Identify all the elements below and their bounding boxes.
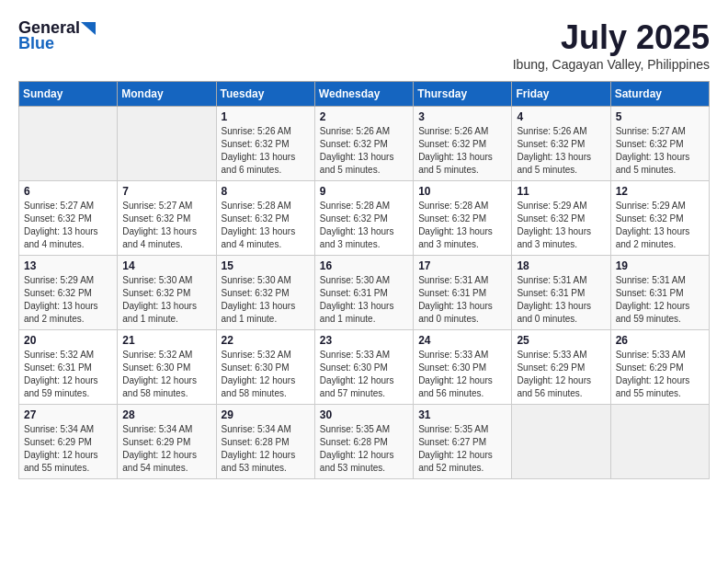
day-number: 13	[24, 259, 112, 272]
weekday-header-sunday: Sunday	[19, 82, 118, 107]
day-info: Sunrise: 5:27 AM Sunset: 6:32 PM Dayligh…	[616, 125, 704, 177]
calendar-week-row: 1Sunrise: 5:26 AM Sunset: 6:32 PM Daylig…	[19, 107, 710, 181]
day-info: Sunrise: 5:33 AM Sunset: 6:30 PM Dayligh…	[418, 349, 506, 400]
day-number: 8	[222, 185, 310, 198]
day-number: 28	[122, 408, 210, 421]
day-number: 30	[320, 408, 408, 421]
header: General Blue July 2025 Ibung, Cagayan Va…	[18, 18, 710, 72]
day-info: Sunrise: 5:35 AM Sunset: 6:28 PM Dayligh…	[320, 423, 408, 475]
calendar-cell	[118, 107, 216, 181]
day-number: 3	[418, 110, 506, 123]
calendar-week-row: 13Sunrise: 5:29 AM Sunset: 6:32 PM Dayli…	[19, 256, 710, 330]
day-number: 21	[122, 334, 210, 347]
day-info: Sunrise: 5:29 AM Sunset: 6:32 PM Dayligh…	[24, 274, 112, 326]
calendar-cell: 5Sunrise: 5:27 AM Sunset: 6:32 PM Daylig…	[610, 107, 709, 181]
day-number: 4	[517, 110, 605, 123]
calendar-cell: 2Sunrise: 5:26 AM Sunset: 6:32 PM Daylig…	[314, 107, 413, 181]
calendar-cell: 30Sunrise: 5:35 AM Sunset: 6:28 PM Dayli…	[314, 405, 413, 479]
calendar-cell: 24Sunrise: 5:33 AM Sunset: 6:30 PM Dayli…	[414, 330, 512, 405]
logo-arrow-icon	[81, 22, 96, 35]
day-number: 11	[517, 185, 605, 198]
calendar-cell: 6Sunrise: 5:27 AM Sunset: 6:32 PM Daylig…	[19, 181, 118, 256]
weekday-header-thursday: Thursday	[414, 82, 512, 107]
day-info: Sunrise: 5:26 AM Sunset: 6:32 PM Dayligh…	[418, 125, 506, 177]
day-number: 18	[517, 259, 605, 272]
day-info: Sunrise: 5:33 AM Sunset: 6:29 PM Dayligh…	[616, 349, 704, 400]
day-info: Sunrise: 5:30 AM Sunset: 6:31 PM Dayligh…	[320, 274, 408, 326]
calendar-cell: 14Sunrise: 5:30 AM Sunset: 6:32 PM Dayli…	[118, 256, 216, 330]
day-number: 22	[222, 334, 310, 347]
day-info: Sunrise: 5:34 AM Sunset: 6:29 PM Dayligh…	[24, 423, 112, 475]
day-info: Sunrise: 5:33 AM Sunset: 6:30 PM Dayligh…	[320, 349, 408, 400]
location: Ibung, Cagayan Valley, Philippines	[513, 57, 710, 72]
day-info: Sunrise: 5:26 AM Sunset: 6:32 PM Dayligh…	[320, 125, 408, 177]
weekday-header-tuesday: Tuesday	[216, 82, 314, 107]
day-info: Sunrise: 5:27 AM Sunset: 6:32 PM Dayligh…	[24, 200, 112, 251]
weekday-header-saturday: Saturday	[610, 82, 709, 107]
weekday-header-friday: Friday	[512, 82, 610, 107]
calendar-cell: 19Sunrise: 5:31 AM Sunset: 6:31 PM Dayli…	[610, 256, 709, 330]
calendar-cell: 28Sunrise: 5:34 AM Sunset: 6:29 PM Dayli…	[118, 405, 216, 479]
day-info: Sunrise: 5:33 AM Sunset: 6:29 PM Dayligh…	[517, 349, 605, 400]
day-info: Sunrise: 5:31 AM Sunset: 6:31 PM Dayligh…	[616, 274, 704, 326]
day-info: Sunrise: 5:28 AM Sunset: 6:32 PM Dayligh…	[222, 200, 310, 251]
day-info: Sunrise: 5:34 AM Sunset: 6:29 PM Dayligh…	[122, 423, 210, 475]
calendar-cell: 18Sunrise: 5:31 AM Sunset: 6:31 PM Dayli…	[512, 256, 610, 330]
day-info: Sunrise: 5:31 AM Sunset: 6:31 PM Dayligh…	[517, 274, 605, 326]
day-number: 15	[222, 259, 310, 272]
day-number: 16	[320, 259, 408, 272]
calendar-cell: 17Sunrise: 5:31 AM Sunset: 6:31 PM Dayli…	[414, 256, 512, 330]
calendar-week-row: 27Sunrise: 5:34 AM Sunset: 6:29 PM Dayli…	[19, 405, 710, 479]
day-number: 9	[320, 185, 408, 198]
calendar-cell: 31Sunrise: 5:35 AM Sunset: 6:27 PM Dayli…	[414, 405, 512, 479]
calendar-cell: 12Sunrise: 5:29 AM Sunset: 6:32 PM Dayli…	[610, 181, 709, 256]
day-number: 29	[222, 408, 310, 421]
day-info: Sunrise: 5:26 AM Sunset: 6:32 PM Dayligh…	[222, 125, 310, 177]
day-number: 25	[517, 334, 605, 347]
calendar-cell: 16Sunrise: 5:30 AM Sunset: 6:31 PM Dayli…	[314, 256, 413, 330]
day-info: Sunrise: 5:32 AM Sunset: 6:30 PM Dayligh…	[222, 349, 310, 400]
day-info: Sunrise: 5:30 AM Sunset: 6:32 PM Dayligh…	[222, 274, 310, 326]
calendar-cell: 22Sunrise: 5:32 AM Sunset: 6:30 PM Dayli…	[216, 330, 314, 405]
title-area: July 2025 Ibung, Cagayan Valley, Philipp…	[513, 18, 710, 72]
calendar-cell: 27Sunrise: 5:34 AM Sunset: 6:29 PM Dayli…	[19, 405, 118, 479]
day-number: 20	[24, 334, 112, 347]
day-number: 6	[24, 185, 112, 198]
day-number: 17	[418, 259, 506, 272]
calendar-cell: 1Sunrise: 5:26 AM Sunset: 6:32 PM Daylig…	[216, 107, 314, 181]
calendar-cell: 21Sunrise: 5:32 AM Sunset: 6:30 PM Dayli…	[118, 330, 216, 405]
day-number: 12	[616, 185, 704, 198]
day-number: 31	[418, 408, 506, 421]
calendar-cell: 13Sunrise: 5:29 AM Sunset: 6:32 PM Dayli…	[19, 256, 118, 330]
day-number: 27	[24, 408, 112, 421]
day-info: Sunrise: 5:35 AM Sunset: 6:27 PM Dayligh…	[418, 423, 506, 475]
calendar-cell	[512, 405, 610, 479]
calendar-cell	[610, 405, 709, 479]
day-number: 5	[616, 110, 704, 123]
calendar-cell: 10Sunrise: 5:28 AM Sunset: 6:32 PM Dayli…	[414, 181, 512, 256]
day-info: Sunrise: 5:32 AM Sunset: 6:30 PM Dayligh…	[122, 349, 210, 400]
calendar-cell	[19, 107, 118, 181]
calendar-cell: 9Sunrise: 5:28 AM Sunset: 6:32 PM Daylig…	[314, 181, 413, 256]
calendar-cell: 15Sunrise: 5:30 AM Sunset: 6:32 PM Dayli…	[216, 256, 314, 330]
day-info: Sunrise: 5:30 AM Sunset: 6:32 PM Dayligh…	[122, 274, 210, 326]
day-number: 7	[122, 185, 210, 198]
calendar-week-row: 20Sunrise: 5:32 AM Sunset: 6:31 PM Dayli…	[19, 330, 710, 405]
day-info: Sunrise: 5:29 AM Sunset: 6:32 PM Dayligh…	[616, 200, 704, 251]
calendar-table: SundayMondayTuesdayWednesdayThursdayFrid…	[18, 81, 710, 479]
calendar-cell: 23Sunrise: 5:33 AM Sunset: 6:30 PM Dayli…	[314, 330, 413, 405]
weekday-header-monday: Monday	[118, 82, 216, 107]
day-info: Sunrise: 5:34 AM Sunset: 6:28 PM Dayligh…	[222, 423, 310, 475]
day-number: 10	[418, 185, 506, 198]
calendar-cell: 4Sunrise: 5:26 AM Sunset: 6:32 PM Daylig…	[512, 107, 610, 181]
weekday-header-row: SundayMondayTuesdayWednesdayThursdayFrid…	[19, 82, 710, 107]
day-number: 14	[122, 259, 210, 272]
calendar-cell: 29Sunrise: 5:34 AM Sunset: 6:28 PM Dayli…	[216, 405, 314, 479]
month-year: July 2025	[513, 18, 710, 57]
day-info: Sunrise: 5:31 AM Sunset: 6:31 PM Dayligh…	[418, 274, 506, 326]
calendar-cell: 7Sunrise: 5:27 AM Sunset: 6:32 PM Daylig…	[118, 181, 216, 256]
calendar-cell: 3Sunrise: 5:26 AM Sunset: 6:32 PM Daylig…	[414, 107, 512, 181]
day-number: 19	[616, 259, 704, 272]
day-info: Sunrise: 5:32 AM Sunset: 6:31 PM Dayligh…	[24, 349, 112, 400]
day-number: 23	[320, 334, 408, 347]
